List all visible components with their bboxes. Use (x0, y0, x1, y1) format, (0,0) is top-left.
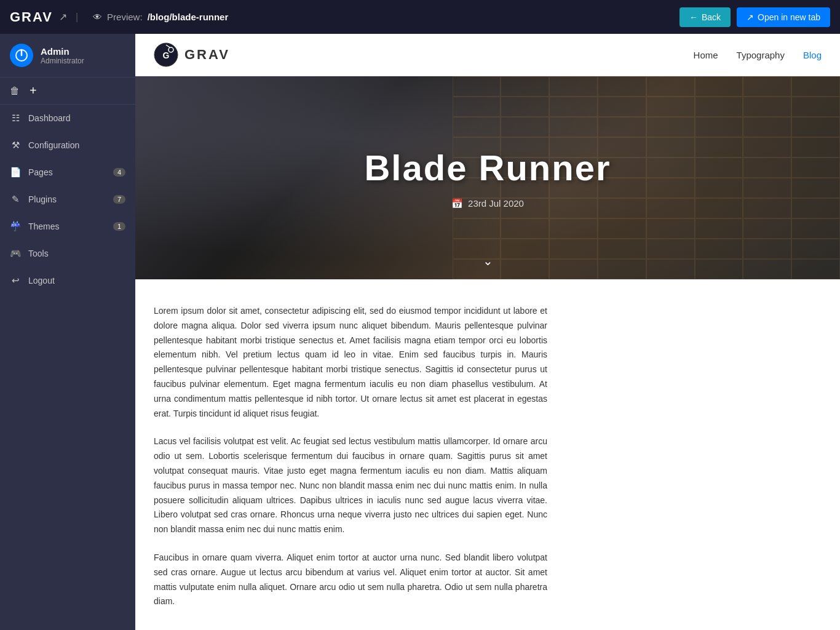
nav-link-typography[interactable]: Typography (737, 50, 785, 60)
add-button[interactable]: + (30, 84, 37, 98)
sidebar-item-plugins[interactable]: ✎ Plugins 7 (0, 186, 135, 213)
hero-title: Blade Runner (364, 147, 611, 188)
back-label: Back (702, 12, 721, 22)
top-bar-logo-area: GRAV ↗ | (10, 9, 81, 25)
preview-container: G GRAV Home Typography Blog (135, 34, 840, 630)
configuration-icon: ⚒ (10, 140, 21, 151)
sidebar-user: Admin Administrator (0, 34, 135, 78)
pages-badge: 4 (113, 168, 125, 177)
sidebar-item-logout[interactable]: ↩ Logout (0, 267, 135, 294)
plugins-badge: 7 (113, 195, 125, 204)
pages-icon: 📄 (10, 167, 21, 178)
sidebar-toolbar: 🗑 + (0, 78, 135, 105)
eye-icon: 👁 (93, 12, 102, 22)
sidebar: Admin Administrator 🗑 + ☷ Dashboard ⚒ Co… (0, 34, 135, 630)
top-bar: GRAV ↗ | 👁 Preview: /blog/blade-runner ←… (0, 0, 840, 34)
user-info: Admin Administrator (41, 46, 84, 65)
sidebar-item-tools[interactable]: 🎮 Tools (0, 240, 135, 267)
sidebar-item-pages[interactable]: 📄 Pages 4 (0, 159, 135, 186)
main-layout: Admin Administrator 🗑 + ☷ Dashboard ⚒ Co… (0, 34, 840, 630)
back-button[interactable]: ← Back (680, 7, 731, 27)
site-logo-text: GRAV (184, 47, 230, 63)
scroll-down-icon: ⌄ (483, 253, 493, 268)
hero-date-text: 23rd Jul 2020 (468, 198, 524, 209)
plugins-icon: ✎ (10, 194, 21, 205)
themes-icon: ☔ (10, 221, 21, 232)
nav-link-blog[interactable]: Blog (803, 50, 822, 60)
site-nav-links: Home Typography Blog (694, 50, 822, 60)
content-area: G GRAV Home Typography Blog (135, 34, 840, 630)
article-paragraph-1: Lorem ipsum dolor sit amet, consectetur … (154, 304, 547, 421)
hero-content: Blade Runner 📅 23rd Jul 2020 (364, 147, 611, 209)
article-paragraph-2: Lacus vel facilisis volutpat est velit. … (154, 434, 547, 537)
hero-date: 📅 23rd Jul 2020 (364, 198, 611, 209)
preview-path: /blog/blade-runner (148, 12, 229, 22)
avatar (10, 44, 33, 67)
hero-section: // Generate grid cells document.currentS… (135, 76, 840, 279)
open-new-tab-button[interactable]: ↗ Open in new tab (737, 7, 830, 27)
article-content: Lorem ipsum dolor sit amet, consectetur … (135, 279, 566, 630)
sidebar-item-tools-label: Tools (28, 249, 49, 258)
back-arrow-icon: ← (689, 12, 698, 22)
svg-text:G: G (163, 50, 170, 60)
sidebar-nav: ☷ Dashboard ⚒ Configuration 📄 Pages 4 ✎ … (0, 105, 135, 630)
grav-logo: GRAV (10, 9, 53, 25)
site-logo: G GRAV (154, 42, 230, 67)
sidebar-item-configuration-label: Configuration (28, 140, 79, 150)
sidebar-item-themes[interactable]: ☔ Themes 1 (0, 213, 135, 240)
dashboard-icon: ☷ (10, 113, 21, 124)
tools-icon: 🎮 (10, 248, 21, 259)
preview-label: Preview: (107, 12, 143, 22)
external-link-icon[interactable]: ↗ (59, 11, 67, 23)
sidebar-item-dashboard[interactable]: ☷ Dashboard (0, 105, 135, 132)
sidebar-item-plugins-label: Plugins (28, 194, 57, 204)
site-nav: G GRAV Home Typography Blog (135, 34, 840, 76)
sidebar-item-pages-label: Pages (28, 167, 53, 177)
nav-link-home[interactable]: Home (694, 50, 718, 60)
sidebar-item-configuration[interactable]: ⚒ Configuration (0, 132, 135, 159)
top-bar-actions: ← Back ↗ Open in new tab (680, 7, 830, 27)
themes-badge: 1 (113, 222, 125, 231)
logout-icon: ↩ (10, 275, 21, 286)
sidebar-item-themes-label: Themes (28, 221, 60, 231)
sidebar-item-dashboard-label: Dashboard (28, 113, 71, 123)
sidebar-item-logout-label: Logout (28, 276, 55, 285)
article-paragraph-3: Faucibus in ornare quam viverra. Aliquet… (154, 551, 547, 609)
user-name: Admin (41, 46, 84, 57)
grav-site-logo-icon: G (154, 42, 178, 67)
calendar-icon: 📅 (451, 198, 463, 209)
open-new-icon: ↗ (747, 12, 754, 22)
preview-bar: 👁 Preview: /blog/blade-runner (93, 12, 680, 22)
user-role: Administrator (41, 57, 84, 65)
delete-button[interactable]: 🗑 (10, 86, 20, 97)
open-new-label: Open in new tab (758, 12, 820, 22)
